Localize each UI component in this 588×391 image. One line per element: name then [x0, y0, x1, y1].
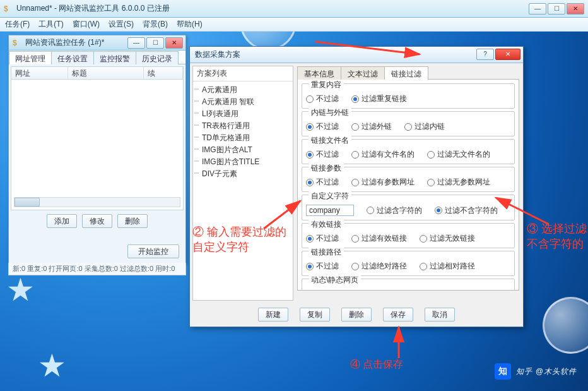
hscrollbar[interactable]: [14, 197, 180, 207]
delete-button[interactable]: 删除: [341, 308, 372, 322]
del-button[interactable]: 删除: [117, 214, 148, 228]
new-button[interactable]: 新建: [258, 308, 288, 322]
menu-task[interactable]: 任务(F): [5, 19, 30, 30]
annotation-3: ③ 选择过滤不含字符的: [527, 221, 588, 251]
radio-param-2[interactable]: 过滤无参数网址: [427, 177, 490, 188]
main-close-button[interactable]: ✕: [567, 3, 584, 15]
task-maximize-button[interactable]: ☐: [146, 37, 164, 49]
radio-dup-0[interactable]: 不过滤: [306, 93, 339, 104]
radio-inout-1[interactable]: 过滤外链: [351, 121, 392, 132]
collect-scheme-dialog: 数据采集方案 ? ✕ 方案列表 A元素通用 A元素通用 智联 LI列表通用 TR…: [189, 46, 524, 327]
zhihu-logo-icon: 知: [495, 363, 511, 380]
group-inout: 内链与外链 不过滤 过滤外链 过滤内链: [302, 111, 515, 136]
group-fname: 链接文件名 不过滤 过滤有文件名的 过滤无文件名的: [302, 139, 515, 164]
task-window: $ 网站资讯监控任务 (1#)* — ☐ ✕ 网址管理 任务设置 监控报警 历史…: [8, 35, 186, 263]
subtab-link[interactable]: 链接过滤: [384, 66, 428, 80]
tab-history[interactable]: 历史记录: [136, 51, 179, 64]
custom-filter-input[interactable]: [306, 205, 354, 216]
radio-dup-1[interactable]: 过滤重复链接: [351, 93, 407, 104]
radio-fname-2[interactable]: 过滤无文件名的: [427, 149, 490, 160]
subtab-text[interactable]: 文本过滤: [341, 66, 385, 80]
tree-item[interactable]: A元素通用 智联: [202, 96, 290, 108]
main-title: Unnamed* - 网站资讯监控工具 6.0.0.0 已注册: [16, 3, 529, 14]
radio-inout-2[interactable]: 过滤内链: [404, 121, 445, 132]
app-icon: $: [4, 4, 13, 13]
radio-valid-1[interactable]: 过滤有效链接: [351, 233, 407, 244]
group-custom: 自定义字符 过滤含字符的 过滤不含字符的: [302, 195, 515, 220]
radio-path-1[interactable]: 过滤绝对路径: [351, 261, 407, 272]
url-list: 网址 标题 续: [11, 66, 184, 210]
tab-monitor-alert[interactable]: 监控报警: [93, 51, 136, 64]
tree-item[interactable]: IMG图片含TITLE: [202, 156, 290, 168]
save-button[interactable]: 保存: [383, 308, 413, 322]
subtab-basic[interactable]: 基本信息: [297, 66, 341, 80]
radio-inout-0[interactable]: 不过滤: [306, 121, 339, 132]
radio-dyn-1[interactable]: 过滤动态网页: [351, 289, 407, 291]
watermark: 知 知乎 @木头软件: [495, 363, 577, 380]
main-minimize-button[interactable]: —: [529, 3, 546, 15]
task-minimize-button[interactable]: —: [127, 37, 145, 49]
radio-dyn-0[interactable]: 不过滤: [306, 289, 339, 291]
radio-fname-0[interactable]: 不过滤: [306, 149, 339, 160]
radio-path-0[interactable]: 不过滤: [306, 261, 339, 272]
menu-bg[interactable]: 背景(B): [143, 19, 168, 30]
main-titlebar: $ Unnamed* - 网站资讯监控工具 6.0.0.0 已注册 — ☐ ✕: [0, 0, 588, 18]
tree-item[interactable]: LI列表通用: [202, 108, 290, 120]
radio-custom-1[interactable]: 过滤不含字符的: [435, 205, 498, 216]
tab-url-manage[interactable]: 网址管理: [9, 51, 52, 64]
radio-dyn-2[interactable]: 过滤静态网页: [420, 289, 475, 291]
group-valid: 有效链接 不过滤 过滤有效链接 过滤无效链接: [302, 223, 515, 248]
tree-item[interactable]: IMG图片含ALT: [202, 144, 290, 156]
radio-valid-0[interactable]: 不过滤: [306, 233, 339, 244]
tree-title: 方案列表: [193, 66, 293, 81]
tree-item[interactable]: TR表格行通用: [202, 120, 290, 132]
group-dyn: 动态\静态网页 不过滤 过滤动态网页 过滤静态网页: [302, 279, 515, 291]
main-menubar: 任务(F) 工具(T) 窗口(W) 设置(S) 背景(B) 帮助(H): [0, 18, 588, 32]
tab-task-settings[interactable]: 任务设置: [51, 51, 94, 64]
edit-button[interactable]: 修改: [82, 214, 112, 228]
radio-path-2[interactable]: 过滤相对路径: [420, 261, 475, 272]
start-monitor-button[interactable]: 开始监控: [127, 244, 179, 258]
tree-item[interactable]: TD单元格通用: [202, 132, 290, 144]
dialog-close-button[interactable]: ✕: [495, 49, 520, 60]
col-title[interactable]: 标题: [68, 67, 144, 79]
annotation-4: ④ 点击保存: [350, 358, 403, 371]
group-param: 链接参数 不过滤 过滤有参数网址 过滤无参数网址: [302, 167, 515, 192]
dialog-title: 数据采集方案: [195, 49, 240, 60]
dialog-help-button[interactable]: ?: [476, 49, 494, 60]
radio-param-1[interactable]: 过滤有参数网址: [351, 177, 415, 188]
status-bar: 新:0 重复:0 打开网页:0 采集总数:0 过滤总数:0 用时:0: [8, 263, 186, 275]
radio-valid-2[interactable]: 过滤无效链接: [420, 233, 475, 244]
tree-item[interactable]: A元素通用: [202, 84, 290, 96]
menu-tools[interactable]: 工具(T): [38, 19, 63, 30]
menu-help[interactable]: 帮助(H): [177, 19, 203, 30]
radio-fname-1[interactable]: 过滤有文件名的: [351, 149, 415, 160]
arrow-icon: [386, 323, 418, 363]
task-icon: $: [13, 39, 21, 47]
menu-settings[interactable]: 设置(S): [109, 19, 134, 30]
scheme-tree[interactable]: A元素通用 A元素通用 智联 LI列表通用 TR表格行通用 TD单元格通用 IM…: [193, 81, 293, 183]
task-window-title: 网站资讯监控任务 (1#)*: [25, 37, 104, 48]
tree-item[interactable]: DIV子元素: [202, 168, 290, 180]
col-url[interactable]: 网址: [11, 67, 68, 79]
add-button[interactable]: 添加: [47, 214, 77, 228]
link-filter-pane: 重复内容 不过滤 过滤重复链接 内链与外链 不过滤 过滤外链 过滤内链 链接文件…: [297, 80, 519, 291]
group-dup: 重复内容 不过滤 过滤重复链接: [302, 83, 515, 109]
main-maximize-button[interactable]: ☐: [548, 3, 565, 15]
cancel-button[interactable]: 取消: [425, 308, 455, 322]
menu-window[interactable]: 窗口(W): [73, 19, 100, 30]
group-path: 链接路径 不过滤 过滤绝对路径 过滤相对路径: [302, 251, 515, 276]
radio-custom-0[interactable]: 过滤含字符的: [367, 205, 422, 216]
copy-button[interactable]: 复制: [300, 308, 330, 322]
col-cont[interactable]: 续: [144, 67, 183, 79]
radio-param-0[interactable]: 不过滤: [306, 177, 339, 188]
task-close-button[interactable]: ✕: [165, 37, 183, 49]
